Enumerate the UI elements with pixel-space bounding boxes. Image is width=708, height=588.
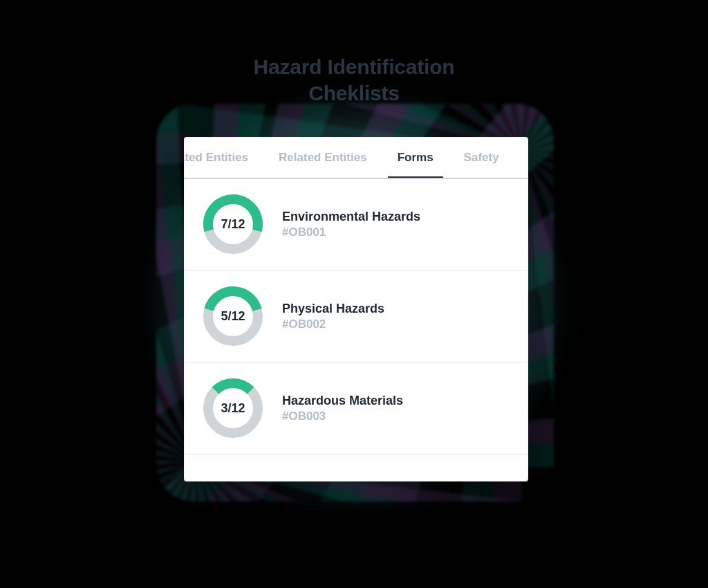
tab-safety-partial[interactable]: Safety bbox=[449, 137, 514, 178]
list-item-code: #OB003 bbox=[282, 410, 403, 423]
list-item[interactable]: 3/12 Hazardous Materials #OB003 bbox=[184, 362, 528, 454]
list-item-title: Physical Hazards bbox=[282, 302, 384, 316]
forms-list: 7/12 Environmental Hazards #OB001 5/12 bbox=[184, 178, 528, 454]
list-item-text: Hazardous Materials #OB003 bbox=[270, 394, 403, 423]
tabs: ated Entities Related Entities Forms Saf… bbox=[184, 137, 528, 178]
progress-ring: 7/12 bbox=[196, 192, 270, 256]
progress-ring: 5/12 bbox=[196, 284, 270, 348]
list-item-code: #OB002 bbox=[282, 318, 384, 331]
forms-card: ated Entities Related Entities Forms Saf… bbox=[184, 137, 528, 481]
list-item[interactable]: 5/12 Physical Hazards #OB002 bbox=[184, 270, 528, 362]
list-item-text: Physical Hazards #OB002 bbox=[270, 302, 384, 331]
list-item-title: Hazardous Materials bbox=[282, 394, 403, 408]
tab-entities-partial[interactable]: ated Entities bbox=[184, 137, 263, 178]
tab-forms[interactable]: Forms bbox=[382, 137, 449, 178]
progress-label: 3/12 bbox=[201, 376, 265, 440]
progress-label: 5/12 bbox=[201, 284, 265, 348]
list-item-text: Environmental Hazards #OB001 bbox=[270, 210, 420, 239]
list-item[interactable]: 7/12 Environmental Hazards #OB001 bbox=[184, 178, 528, 270]
page-title-line1: Hazard Identification bbox=[254, 55, 455, 78]
tab-related-entities[interactable]: Related Entities bbox=[263, 137, 382, 178]
list-item-code: #OB001 bbox=[282, 226, 420, 239]
progress-label: 7/12 bbox=[201, 192, 265, 256]
progress-ring: 3/12 bbox=[196, 376, 270, 440]
list-item-title: Environmental Hazards bbox=[282, 210, 420, 224]
